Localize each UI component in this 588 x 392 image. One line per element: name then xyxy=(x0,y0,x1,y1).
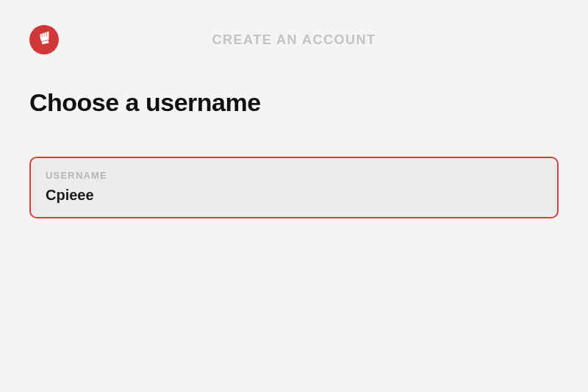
username-input[interactable] xyxy=(46,187,542,204)
riot-logo[interactable] xyxy=(29,25,59,54)
fist-icon xyxy=(36,30,52,49)
username-field-wrapper[interactable]: USERNAME xyxy=(29,157,559,218)
username-label: USERNAME xyxy=(46,170,542,181)
page-title: Choose a username xyxy=(29,88,559,117)
header-title: CREATE AN ACCOUNT xyxy=(212,32,376,48)
header: CREATE AN ACCOUNT xyxy=(0,0,588,54)
content: Choose a username USERNAME xyxy=(0,54,588,218)
